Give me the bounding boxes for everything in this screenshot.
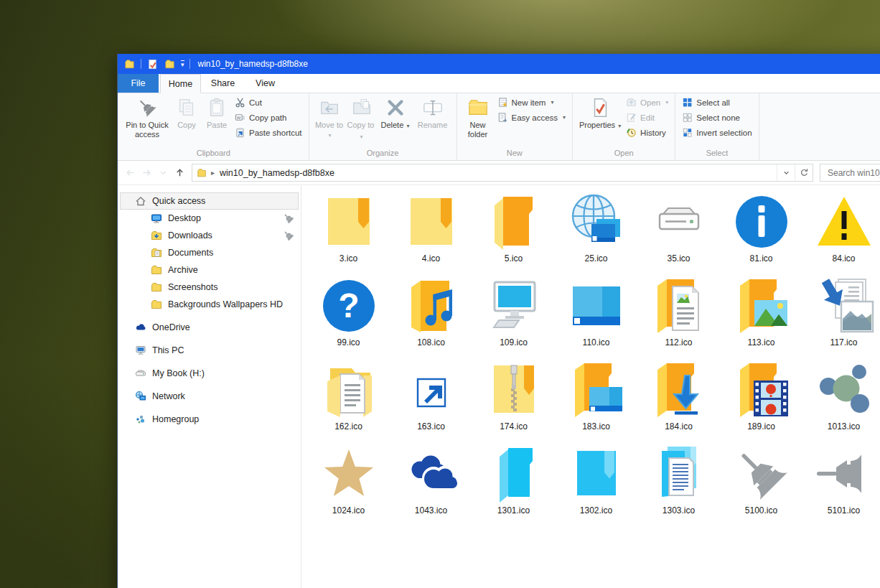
pin-to-quick-access-button[interactable]: Pin to Quick access: [123, 95, 172, 148]
sidebar-item-homegroup[interactable]: Homegroup: [118, 411, 301, 428]
file-item-5100-ico[interactable]: 5100.ico: [720, 443, 802, 527]
file-item-99-ico[interactable]: ?99.ico: [307, 275, 390, 359]
tab-view[interactable]: View: [245, 74, 286, 93]
history-icon: [626, 127, 637, 138]
qat-paste-icon[interactable]: [146, 58, 159, 70]
delete-button[interactable]: Delete ▾: [378, 95, 413, 148]
customize-quick-access-chevron[interactable]: ▾: [181, 60, 184, 68]
drive-icon: [648, 191, 710, 253]
ribbon-group-label: Organize: [309, 148, 457, 160]
sidebar-item-network[interactable]: Network: [118, 388, 301, 405]
file-name-label: 25.ico: [584, 253, 607, 263]
folder-zip-icon: [483, 359, 545, 421]
file-item-183-ico[interactable]: 183.ico: [555, 359, 637, 443]
breadcrumb[interactable]: win10_by_hamedsp-d8fb8xe: [216, 168, 338, 178]
history-button[interactable]: History: [624, 126, 670, 139]
file-name-label: 108.ico: [417, 337, 445, 347]
file-name-label: 99.ico: [337, 337, 360, 347]
tab-share[interactable]: Share: [202, 74, 243, 93]
tab-home[interactable]: Home: [160, 74, 201, 93]
file-name-label: 109.ico: [500, 337, 528, 347]
file-item-1024-ico[interactable]: 1024.ico: [307, 443, 390, 527]
sidebar-item-label: My Book (H:): [152, 368, 205, 378]
file-item-117-ico[interactable]: 117.ico: [802, 275, 880, 359]
folder-screen-icon: [566, 359, 627, 421]
file-item-162-ico[interactable]: 162.ico: [307, 359, 390, 443]
refresh-icon[interactable]: [795, 164, 813, 181]
file-item-1301-ico[interactable]: 1301.ico: [472, 443, 555, 527]
copy-icon: [175, 96, 198, 119]
sidebar-item-documents[interactable]: Documents: [118, 244, 301, 261]
sidebar-item-onedrive[interactable]: OneDrive: [118, 319, 301, 336]
file-item-4-ico[interactable]: 4.ico: [390, 191, 472, 275]
onedrive-clouds-icon: [401, 443, 462, 505]
button-label: New folder: [468, 121, 488, 139]
file-item-81-ico[interactable]: 81.ico: [720, 191, 802, 275]
file-item-112-ico[interactable]: 112.ico: [637, 275, 720, 359]
invert-selection-button[interactable]: Invert selection: [680, 126, 754, 139]
sidebar-item-my-book-h[interactable]: My Book (H:): [118, 365, 301, 382]
folder-videos-icon: [731, 359, 792, 421]
file-item-35-ico[interactable]: 35.ico: [637, 191, 720, 275]
ribbon-group-label: Open: [573, 148, 675, 160]
qat-new-folder-icon[interactable]: [164, 58, 176, 70]
button-label: Move to: [315, 121, 343, 129]
sidebar-item-quick-access[interactable]: Quick access: [120, 192, 299, 210]
ribbon-group-open: Properties ▾Open▾EditHistoryOpen: [573, 93, 675, 160]
easy-access-button[interactable]: Easy access▾: [495, 111, 568, 123]
new-item-button[interactable]: New item▾: [495, 96, 568, 108]
tab-file[interactable]: File: [118, 74, 159, 93]
copy-path-button[interactable]: WCopy path: [233, 111, 304, 123]
file-item-1043-ico[interactable]: 1043.ico: [390, 443, 472, 527]
properties-button[interactable]: Properties ▾: [577, 95, 623, 148]
address-bar[interactable]: ▸ win10_by_hamedsp-d8fb8xe: [192, 164, 813, 182]
file-item-3-ico[interactable]: 3.ico: [307, 191, 390, 275]
search-input[interactable]: [826, 167, 880, 179]
select-none-button[interactable]: Select none: [680, 111, 754, 123]
picture-download-icon: [813, 275, 875, 337]
file-name-label: 110.ico: [583, 337, 610, 347]
file-name-label: 35.ico: [667, 253, 690, 263]
paste-shortcut-button[interactable]: Paste shortcut: [233, 126, 304, 139]
pin-icon[interactable]: [283, 230, 294, 241]
sidebar-item-downloads[interactable]: Downloads: [118, 227, 301, 244]
file-item-84-ico[interactable]: 84.ico: [802, 191, 880, 275]
file-item-1303-ico[interactable]: 1303.ico: [637, 443, 720, 527]
select-all-button[interactable]: Select all: [680, 96, 754, 108]
breadcrumb-chevron[interactable]: ▸: [210, 169, 216, 177]
desktop-computer-icon: [483, 275, 545, 337]
ribbon-group-organize: Move to ▾Copy to ▾Delete ▾RenameOrganize: [309, 93, 457, 160]
folder-closed-yellow-icon: [318, 191, 380, 253]
file-item-5101-ico[interactable]: 5101.ico: [802, 443, 880, 527]
sidebar-item-archive[interactable]: Archive: [118, 261, 301, 279]
sidebar-item-label: Archive: [168, 265, 198, 275]
file-item-25-ico[interactable]: 25.ico: [555, 191, 637, 275]
address-dropdown-chevron[interactable]: [777, 164, 795, 181]
file-item-1013-ico[interactable]: 1013.ico: [802, 359, 880, 443]
file-item-109-ico[interactable]: 109.ico: [472, 275, 555, 359]
sidebar-item-desktop[interactable]: Desktop: [118, 210, 301, 227]
file-item-189-ico[interactable]: 189.ico: [720, 359, 802, 443]
sidebar-item-screenshots[interactable]: Screenshots: [118, 279, 301, 296]
file-item-1302-ico[interactable]: 1302.ico: [555, 443, 637, 527]
button-label: Copy path: [249, 113, 286, 122]
button-label: Rename: [418, 121, 448, 129]
new-folder-button[interactable]: New folder: [462, 95, 495, 148]
homegroup-icon: [135, 414, 146, 425]
file-item-174-ico[interactable]: 174.ico: [472, 359, 555, 443]
file-item-163-ico[interactable]: 163.ico: [390, 359, 472, 443]
globe-monitors-icon: [566, 191, 627, 253]
pin-icon[interactable]: [283, 213, 294, 223]
file-item-113-ico[interactable]: 113.ico: [720, 275, 802, 359]
dropdown-caret-icon: ▾: [329, 132, 332, 139]
cut-button[interactable]: Cut: [233, 96, 304, 108]
search-box[interactable]: [820, 164, 880, 182]
file-item-5-ico[interactable]: 5.ico: [472, 191, 555, 275]
file-item-108-ico[interactable]: 108.ico: [390, 275, 472, 359]
file-item-184-ico[interactable]: 184.ico: [637, 359, 720, 443]
sidebar-item-backgrounds-wallpapers-hd[interactable]: Backgrounds Wallpapers HD: [118, 296, 301, 313]
file-item-110-ico[interactable]: 110.ico: [555, 275, 637, 359]
sidebar-item-this-pc[interactable]: This PC: [118, 342, 301, 359]
up-button[interactable]: [172, 164, 187, 182]
ribbon-group-select: Select allSelect noneInvert selectionSel…: [675, 93, 759, 160]
